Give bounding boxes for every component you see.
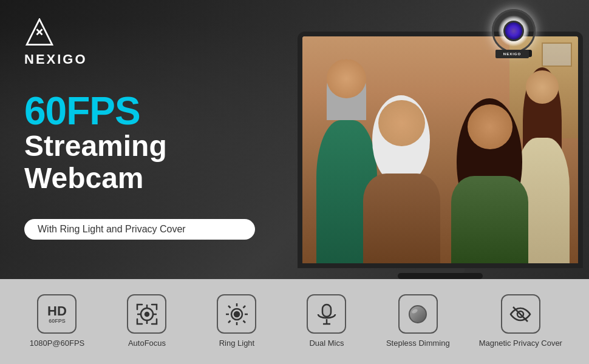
feature-label-autofocus: AutoFocus: [128, 339, 166, 349]
feature-stepless-dimming: Stepless Dimming: [386, 294, 450, 349]
logo-area: NEXIGO: [24, 18, 255, 67]
feature-hd-60fps: HD 60FPS 1080P@60FPS: [27, 294, 87, 349]
fps-small-text: 60FPS: [49, 318, 66, 324]
dimming-icon-box: [398, 294, 438, 334]
svg-line-17: [243, 306, 245, 308]
feature-label-dual-mics: Dual Mics: [309, 339, 344, 349]
p3-head: [378, 100, 424, 146]
privacy-icon: [508, 302, 533, 326]
person-3: [363, 100, 440, 263]
svg-line-18: [228, 320, 231, 323]
svg-point-10: [234, 312, 239, 317]
p4-body: [451, 176, 528, 263]
feature-dual-mics: Dual Mics: [296, 294, 357, 349]
monitor-wrapper: NEXIGO: [291, 18, 589, 279]
hero-section: NEXIGO 60FPS Streaming Webcam With Ring …: [0, 0, 589, 279]
features-bar: HD 60FPS 1080P@60FPS: [0, 279, 589, 364]
left-panel: NEXIGO 60FPS Streaming Webcam With Ring …: [0, 0, 279, 279]
hd-text: HD: [47, 305, 67, 318]
kitchen-window: [542, 42, 572, 67]
dimming-icon: [406, 302, 430, 326]
p3-body: [363, 174, 440, 263]
monitor-frame: [298, 32, 583, 268]
webcam-device: NEXIGO: [492, 9, 540, 58]
svg-rect-19: [322, 305, 331, 317]
badge-text: With Ring Light and Privacy Cover: [38, 224, 186, 234]
feature-label-ring-light: Ring Light: [219, 339, 255, 349]
feature-ring-light: Ring Light: [206, 294, 267, 349]
hd-icon-box: HD 60FPS: [37, 294, 77, 334]
ring-light-icon-box: [217, 294, 256, 334]
svg-point-4: [145, 312, 149, 316]
feature-label-privacy: Magnetic Privacy Cover: [479, 339, 562, 349]
feature-privacy-cover: Magnetic Privacy Cover: [479, 294, 562, 349]
p1-head: [327, 59, 366, 98]
person-4: [451, 104, 528, 263]
p2-head: [526, 70, 559, 103]
svg-line-16: [243, 320, 245, 323]
autofocus-icon: [135, 302, 159, 326]
svg-line-15: [228, 306, 231, 308]
monitor-foot: [398, 273, 483, 279]
feature-label-dimming: Stepless Dimming: [386, 339, 450, 349]
brand-name: NEXIGO: [24, 52, 87, 67]
p4-head: [468, 104, 512, 149]
nexigo-logo-icon: [24, 18, 55, 49]
ring-light-icon: [225, 302, 249, 326]
fps-label: 60FPS: [24, 92, 255, 130]
nexigo-webcam-label: NEXIGO: [495, 50, 529, 58]
webcam-base: NEXIGO: [495, 50, 532, 57]
privacy-icon-box: [501, 294, 540, 334]
webcam-ring-light: [492, 9, 536, 53]
headline-area: 60FPS Streaming Webcam: [24, 92, 255, 195]
family-photo: [302, 36, 578, 263]
feature-label-hd: 1080P@60FPS: [30, 339, 85, 349]
monitor-stand: [416, 268, 465, 273]
streaming-label: Streaming Webcam: [24, 130, 255, 195]
monitor-screen: [302, 36, 578, 263]
autofocus-icon-box: [127, 294, 166, 334]
mic-icon: [315, 302, 339, 326]
page-container: NEXIGO 60FPS Streaming Webcam With Ring …: [0, 0, 589, 364]
badge: With Ring Light and Privacy Cover: [24, 219, 255, 240]
feature-autofocus: AutoFocus: [117, 294, 177, 349]
right-panel: NEXIGO: [279, 0, 589, 279]
dual-mics-icon-box: [307, 294, 346, 334]
svg-point-22: [409, 306, 426, 323]
